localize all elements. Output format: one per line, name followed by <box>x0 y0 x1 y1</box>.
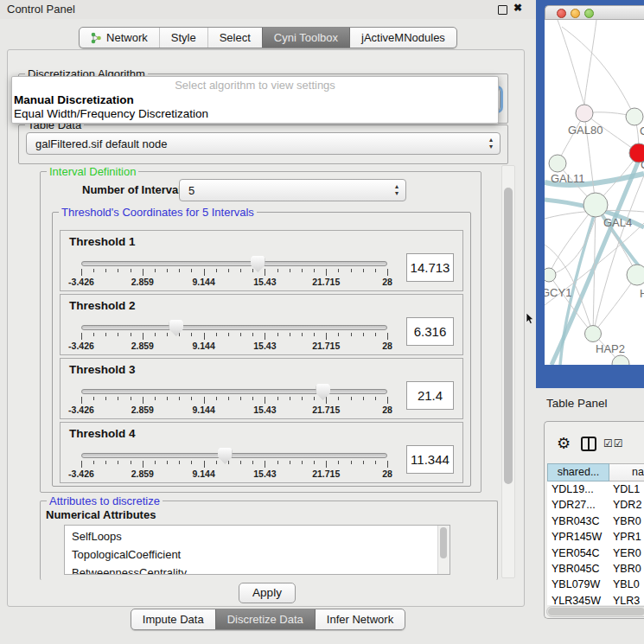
slider-tick <box>252 397 253 400</box>
zoom-traffic-light[interactable] <box>584 9 594 18</box>
close-traffic-light[interactable] <box>557 9 566 18</box>
threshold-value-field[interactable]: 6.316 <box>406 317 454 346</box>
threshold-value-field[interactable]: 21.4 <box>406 381 454 410</box>
slider-tick <box>131 461 131 464</box>
slider-tick <box>167 397 168 400</box>
slider-scale-label: 28 <box>382 341 392 351</box>
tab-select[interactable]: Select <box>207 28 262 48</box>
table-cell-name: YLR3 <box>609 593 640 605</box>
table-row[interactable]: YLR345WYLR3 <box>547 593 644 605</box>
cyni-toolbox-panel: Discretization Algorithm ▴▾ Table Data g… <box>7 49 525 607</box>
algorithm-option-manual[interactable]: Manual Discretization <box>12 92 498 107</box>
attribute-list-item[interactable]: TopologicalCoefficient <box>65 545 450 564</box>
threshold-value-field[interactable]: 14.713 <box>406 253 454 282</box>
tab-infer-network[interactable]: Infer Network <box>315 609 405 629</box>
slider-tick <box>143 461 143 468</box>
network-node[interactable] <box>583 193 608 217</box>
network-node[interactable] <box>626 108 643 125</box>
network-node[interactable] <box>545 268 556 282</box>
slider-scale-label: 2.859 <box>131 341 154 351</box>
network-edge[interactable] <box>558 20 584 105</box>
network-edge[interactable] <box>584 20 596 105</box>
slider-tick <box>81 269 82 276</box>
slider-tick <box>155 461 156 464</box>
slider-tick <box>216 397 217 400</box>
table-horizontal-scrollbar-thumb[interactable] <box>548 608 644 615</box>
slider-tick <box>277 269 278 272</box>
slider-tick <box>179 269 180 272</box>
slider-tick <box>81 461 82 468</box>
float-window-icon[interactable] <box>498 5 507 15</box>
split-columns-icon[interactable] <box>581 437 596 451</box>
slider-scale-label: -3.426 <box>68 469 94 479</box>
network-window-titlebar[interactable] <box>545 5 644 20</box>
slider-tick <box>216 269 217 272</box>
slider-tick <box>131 397 131 400</box>
minimize-traffic-light[interactable] <box>571 9 580 18</box>
table-row[interactable]: YDL19...YDL1 <box>547 481 644 497</box>
table-horizontal-scrollbar[interactable] <box>546 606 644 617</box>
threshold-slider[interactable]: -3.4262.8599.14415.4321.71528 <box>69 445 396 478</box>
slider-tick <box>338 333 339 336</box>
close-icon[interactable]: ✖ <box>513 2 522 14</box>
table-row[interactable]: YDR27...YDR2 <box>547 497 644 513</box>
slider-scale-label: 21.715 <box>312 341 340 351</box>
network-node[interactable] <box>549 155 566 172</box>
table-row[interactable]: YER054CYER0 <box>547 545 644 561</box>
table-cell-name: YBR0 <box>609 513 641 529</box>
slider-track[interactable] <box>81 389 387 394</box>
tab-cyni-toolbox[interactable]: Cyni Toolbox <box>262 28 349 48</box>
attribute-list-item[interactable]: SelfLoops <box>65 527 450 545</box>
slider-track[interactable] <box>81 453 387 458</box>
network-edge[interactable] <box>593 275 637 334</box>
network-node[interactable] <box>576 105 593 122</box>
slider-scale-label: 15.43 <box>253 341 276 351</box>
slider-tick <box>179 461 180 464</box>
threshold-slider[interactable]: -3.4262.8599.14415.4321.71528 <box>69 381 396 414</box>
main-vertical-scrollbar-thumb[interactable] <box>504 188 513 484</box>
main-vertical-scrollbar[interactable] <box>501 165 515 578</box>
threshold-slider[interactable]: -3.4262.8599.14415.4321.71528 <box>69 317 396 350</box>
slider-tick <box>363 269 364 272</box>
attributes-list-scrollbar[interactable] <box>437 526 450 574</box>
tab-network[interactable]: Network <box>80 28 159 48</box>
slider-track[interactable] <box>81 261 387 266</box>
gear-icon[interactable]: ⚙ <box>557 434 571 453</box>
network-node[interactable] <box>627 265 644 285</box>
algorithm-option-equal-width[interactable]: Equal Width/Frequency Discretization <box>12 107 498 121</box>
select-columns-icon[interactable]: ☑☑ <box>603 437 624 450</box>
threshold-value-field[interactable]: 11.344 <box>406 445 454 474</box>
table-row[interactable]: YBL079WYBL0 <box>547 577 644 592</box>
tab-jactivemnodules[interactable]: jActiveMNodules <box>349 28 456 48</box>
slider-track[interactable] <box>81 325 387 330</box>
numerical-attributes-list[interactable]: SelfLoopsTopologicalCoefficientBetweenne… <box>64 525 450 575</box>
apply-button[interactable]: Apply <box>239 583 296 603</box>
tab-style[interactable]: Style <box>159 28 207 48</box>
network-node[interactable] <box>585 326 602 342</box>
slider-tick <box>290 397 290 400</box>
slider-tick <box>351 397 352 400</box>
column-header-shared-name[interactable]: shared... <box>547 463 609 481</box>
table-panel: ⚙ ☑☑ shared... na YDL19...YDL1YDR27...YD… <box>544 421 644 619</box>
table-row[interactable]: YBR043CYBR0 <box>547 513 644 529</box>
attributes-list-scrollbar-thumb[interactable] <box>440 527 447 558</box>
table-row[interactable]: YPR145WYPR1 <box>547 529 644 545</box>
slider-tick <box>105 333 106 336</box>
slider-tick <box>302 461 303 464</box>
table-data-combobox[interactable]: galFiltered.sif default node ▴▾ <box>26 132 501 155</box>
network-edge[interactable] <box>562 27 634 117</box>
network-edge[interactable] <box>549 205 596 275</box>
tab-discretize-data[interactable]: Discretize Data <box>215 609 315 629</box>
network-canvas[interactable]: GAL80GCGAL11GAL4GCY1HHAP2 <box>545 20 644 365</box>
tab-impute-data[interactable]: Impute Data <box>131 609 215 629</box>
slider-tick <box>375 397 376 400</box>
threshold-slider[interactable]: -3.4262.8599.14415.4321.71528 <box>69 253 396 286</box>
number-of-intervals-combobox[interactable]: 5 ▴▾ <box>179 179 406 201</box>
table-row[interactable]: YBR045CYBR0 <box>547 561 644 577</box>
network-node-label: GAL80 <box>568 124 603 137</box>
table-cell-shared-name: YBL079W <box>547 577 609 592</box>
slider-tick <box>375 333 376 336</box>
attribute-list-item[interactable]: BetweennessCentrality <box>65 564 450 575</box>
network-edge[interactable] <box>549 217 596 275</box>
column-header-name[interactable]: na <box>609 463 644 481</box>
